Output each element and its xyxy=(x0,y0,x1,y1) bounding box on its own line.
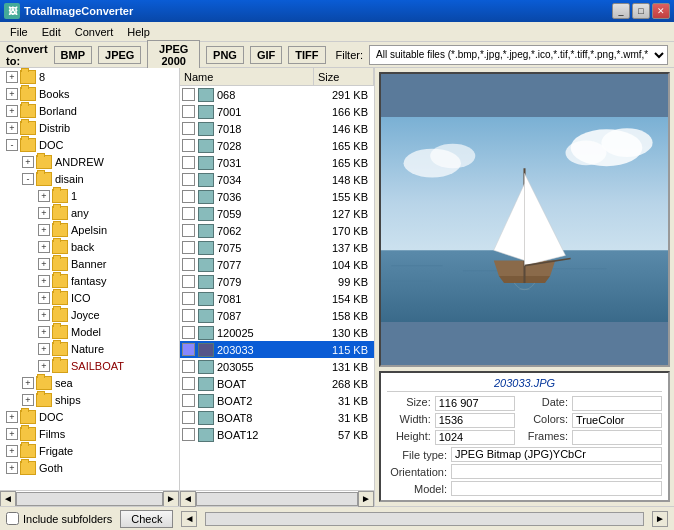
format-tiff-button[interactable]: TIFF xyxy=(288,46,325,64)
file-item[interactable]: 7031165 KB xyxy=(180,154,374,171)
format-png-button[interactable]: PNG xyxy=(206,46,244,64)
file-item[interactable]: BOAT268 KB xyxy=(180,375,374,392)
file-checkbox[interactable] xyxy=(182,394,195,407)
tree-item[interactable]: +fantasy xyxy=(0,272,179,289)
file-item[interactable]: 7087158 KB xyxy=(180,307,374,324)
filter-select[interactable]: All suitable files (*.bmp,*.jpg,*.jpeg,*… xyxy=(369,45,668,65)
file-item[interactable]: 7062170 KB xyxy=(180,222,374,239)
tree-item[interactable]: +Banner xyxy=(0,255,179,272)
file-checkbox[interactable] xyxy=(182,173,195,186)
file-checkbox[interactable] xyxy=(182,241,195,254)
tree-horizontal-scroll[interactable]: ◄ ► xyxy=(0,490,179,506)
tree-expand-btn[interactable]: + xyxy=(22,377,34,389)
tree-expand-btn[interactable]: + xyxy=(6,428,18,440)
file-item[interactable]: BOAT831 KB xyxy=(180,409,374,426)
menu-help[interactable]: Help xyxy=(121,24,156,40)
file-checkbox[interactable] xyxy=(182,275,195,288)
file-checkbox[interactable] xyxy=(182,105,195,118)
tree-item[interactable]: +ANDREW xyxy=(0,153,179,170)
file-item[interactable]: 203033115 KB xyxy=(180,341,374,358)
tree-expand-btn[interactable]: + xyxy=(6,105,18,117)
file-item[interactable]: 7077104 KB xyxy=(180,256,374,273)
tree-item[interactable]: -disain xyxy=(0,170,179,187)
file-item[interactable]: 7034148 KB xyxy=(180,171,374,188)
tree-expand-btn[interactable]: + xyxy=(38,360,50,372)
tree-expand-btn[interactable]: + xyxy=(38,241,50,253)
tree-expand-btn[interactable]: + xyxy=(22,394,34,406)
tree-expand-btn[interactable]: + xyxy=(6,88,18,100)
tree-scroll-left[interactable]: ◄ xyxy=(0,491,16,507)
tree-item[interactable]: +sea xyxy=(0,374,179,391)
file-checkbox[interactable] xyxy=(182,343,195,356)
tree-expand-btn[interactable]: + xyxy=(38,326,50,338)
file-checkbox[interactable] xyxy=(182,411,195,424)
file-item[interactable]: 7018146 KB xyxy=(180,120,374,137)
file-list-scroll[interactable]: 068291 KB7001166 KB7018146 KB7028165 KB7… xyxy=(180,86,374,490)
bottom-scrollbar[interactable] xyxy=(205,512,644,526)
tree-item[interactable]: +any xyxy=(0,204,179,221)
file-scroll-right[interactable]: ► xyxy=(358,491,374,507)
close-button[interactable]: ✕ xyxy=(652,3,670,19)
file-item[interactable]: 7028165 KB xyxy=(180,137,374,154)
file-checkbox[interactable] xyxy=(182,207,195,220)
tree-item[interactable]: +ICO xyxy=(0,289,179,306)
col-header-size[interactable]: Size xyxy=(314,68,374,85)
tree-expand-btn[interactable]: + xyxy=(38,309,50,321)
tree-expand-btn[interactable]: + xyxy=(38,343,50,355)
file-item[interactable]: 7059127 KB xyxy=(180,205,374,222)
file-item[interactable]: BOAT231 KB xyxy=(180,392,374,409)
file-checkbox[interactable] xyxy=(182,377,195,390)
tree-scrollbar[interactable] xyxy=(16,492,163,506)
include-subfolders-checkbox[interactable] xyxy=(6,512,19,525)
tree-item[interactable]: +Goth xyxy=(0,459,179,476)
file-checkbox[interactable] xyxy=(182,122,195,135)
file-item[interactable]: 7001166 KB xyxy=(180,103,374,120)
file-item[interactable]: 7036155 KB xyxy=(180,188,374,205)
format-jpeg-button[interactable]: JPEG xyxy=(98,46,141,64)
tree-item[interactable]: +Apelsin xyxy=(0,221,179,238)
file-checkbox[interactable] xyxy=(182,139,195,152)
tree-expand-btn[interactable]: + xyxy=(38,207,50,219)
tree-expand-btn[interactable]: - xyxy=(22,173,34,185)
scroll-right-btn[interactable]: ► xyxy=(652,511,668,527)
file-item[interactable]: 7081154 KB xyxy=(180,290,374,307)
file-scroll-left[interactable]: ◄ xyxy=(180,491,196,507)
tree-expand-btn[interactable]: + xyxy=(38,292,50,304)
maximize-button[interactable]: □ xyxy=(632,3,650,19)
file-checkbox[interactable] xyxy=(182,224,195,237)
file-checkbox[interactable] xyxy=(182,190,195,203)
format-gif-button[interactable]: GIF xyxy=(250,46,282,64)
tree-expand-btn[interactable]: + xyxy=(6,411,18,423)
file-checkbox[interactable] xyxy=(182,88,195,101)
tree-item[interactable]: -DOC xyxy=(0,136,179,153)
tree-expand-btn[interactable]: + xyxy=(6,462,18,474)
tree-item[interactable]: +Borland xyxy=(0,102,179,119)
file-item[interactable]: 068291 KB xyxy=(180,86,374,103)
col-header-name[interactable]: Name xyxy=(180,68,314,85)
file-checkbox[interactable] xyxy=(182,360,195,373)
scroll-left-btn[interactable]: ◄ xyxy=(181,511,197,527)
tree-expand-btn[interactable]: + xyxy=(6,445,18,457)
tree-expand-btn[interactable]: + xyxy=(38,275,50,287)
menu-file[interactable]: File xyxy=(4,24,34,40)
file-item[interactable]: 7075137 KB xyxy=(180,239,374,256)
file-item[interactable]: 707999 KB xyxy=(180,273,374,290)
file-hscrollbar[interactable] xyxy=(196,492,358,506)
tree-item[interactable]: +Books xyxy=(0,85,179,102)
folder-tree-scroll[interactable]: +8+Books+Borland+Distrib-DOC+ANDREW-disa… xyxy=(0,68,179,490)
tree-expand-btn[interactable]: + xyxy=(38,224,50,236)
file-checkbox[interactable] xyxy=(182,156,195,169)
tree-item[interactable]: +Frigate xyxy=(0,442,179,459)
file-item[interactable]: 203055131 KB xyxy=(180,358,374,375)
minimize-button[interactable]: _ xyxy=(612,3,630,19)
tree-item[interactable]: +Distrib xyxy=(0,119,179,136)
tree-item[interactable]: +Nature xyxy=(0,340,179,357)
menu-convert[interactable]: Convert xyxy=(69,24,120,40)
file-checkbox[interactable] xyxy=(182,292,195,305)
tree-expand-btn[interactable]: + xyxy=(6,122,18,134)
format-jpeg2000-button[interactable]: JPEG 2000 xyxy=(147,40,200,70)
file-checkbox[interactable] xyxy=(182,428,195,441)
tree-item[interactable]: +ships xyxy=(0,391,179,408)
tree-expand-btn[interactable]: + xyxy=(38,190,50,202)
format-bmp-button[interactable]: BMP xyxy=(54,46,92,64)
